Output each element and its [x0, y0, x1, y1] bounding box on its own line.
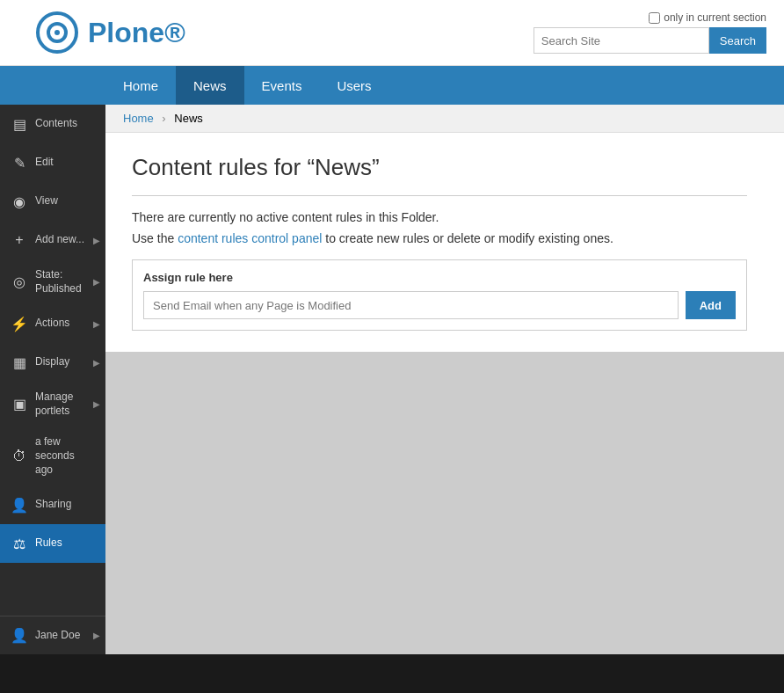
content-inner: Content rules for “News” There are curre… [105, 133, 773, 352]
chevron-icon: ▶ [93, 277, 100, 287]
main-nav: Home News Events Users [0, 66, 784, 105]
sidebar-item-time-label: a few seconds ago [35, 435, 95, 477]
display-icon: ▦ [11, 354, 28, 371]
breadcrumb: Home › News [105, 105, 784, 133]
actions-icon: ⚡ [11, 315, 28, 332]
sidebar-item-user[interactable]: 👤 Jane Doe ▶ [0, 616, 105, 654]
rules-icon: ⚖ [11, 535, 28, 552]
search-only-section: only in current section [649, 11, 766, 24]
sidebar-item-view[interactable]: ◉ View [0, 182, 105, 221]
breadcrumb-current: News [174, 112, 203, 125]
breadcrumb-separator: › [162, 112, 165, 125]
add-icon: + [11, 231, 28, 249]
sidebar-item-actions-label: Actions [35, 317, 69, 331]
sidebar: ▤ Contents ✎ Edit ◉ View + Add new... ▶ … [0, 105, 105, 654]
chevron-icon: ▶ [93, 236, 100, 245]
sidebar-item-edit[interactable]: ✎ Edit [0, 143, 105, 182]
sidebar-item-rules[interactable]: ⚖ Rules [0, 524, 105, 563]
sidebar-item-add-label: Add new... [35, 233, 84, 247]
assign-rule-input[interactable] [143, 291, 679, 319]
chevron-icon: ▶ [93, 631, 100, 640]
control-panel-link[interactable]: content rules control panel [178, 231, 322, 245]
sharing-icon: 👤 [11, 496, 28, 514]
view-icon: ◉ [11, 193, 28, 210]
nav-item-home[interactable]: Home [105, 66, 176, 105]
sidebar-item-edit-label: Edit [35, 156, 54, 170]
search-area: only in current section Search [534, 11, 766, 54]
search-button[interactable]: Search [709, 27, 766, 54]
search-row: Search [534, 27, 766, 54]
footer-gray [105, 352, 784, 654]
breadcrumb-home[interactable]: Home [123, 112, 154, 125]
sidebar-item-display[interactable]: ▦ Display ▶ [0, 343, 105, 382]
nav-item-events[interactable]: Events [244, 66, 320, 105]
sidebar-item-sharing[interactable]: 👤 Sharing [0, 485, 105, 524]
page-title: Content rules for “News” [132, 154, 747, 181]
edit-icon: ✎ [11, 154, 28, 171]
chevron-icon: ▶ [93, 319, 100, 329]
content-area: Home › News Content rules for “News” The… [105, 105, 784, 654]
user-icon: 👤 [11, 627, 28, 645]
no-rules-text: There are currently no active content ru… [132, 210, 747, 224]
sidebar-item-state-label: State: Published [35, 268, 95, 295]
divider [132, 195, 747, 196]
sidebar-item-rules-label: Rules [35, 536, 62, 551]
chevron-icon: ▶ [93, 399, 100, 409]
sidebar-item-user-label: Jane Doe [35, 629, 80, 643]
header: Plone® only in current section Search [0, 0, 784, 66]
clock-icon: ⏱ [11, 448, 28, 465]
sidebar-item-display-label: Display [35, 355, 69, 369]
use-panel-text: Use the content rules control panel to c… [132, 231, 747, 245]
bottom-bar [0, 654, 784, 693]
only-section-label: only in current section [664, 11, 766, 24]
assign-rule-box: Assign rule here Add [132, 259, 747, 331]
logo-text: Plone [88, 17, 164, 49]
sidebar-item-state[interactable]: ◎ State: Published ▶ [0, 259, 105, 304]
logo-area: Plone® [18, 11, 534, 55]
sidebar-item-add-new[interactable]: + Add new... ▶ [0, 221, 105, 259]
sidebar-item-view-label: View [35, 194, 58, 208]
sidebar-item-sharing-label: Sharing [35, 498, 71, 512]
sidebar-item-time: ⏱ a few seconds ago [0, 427, 105, 485]
sidebar-item-actions[interactable]: ⚡ Actions ▶ [0, 304, 105, 343]
search-input[interactable] [534, 27, 709, 54]
portlets-icon: ▣ [11, 396, 28, 413]
sidebar-item-contents-label: Contents [35, 117, 77, 131]
nav-item-news[interactable]: News [176, 66, 244, 105]
only-section-checkbox[interactable] [649, 12, 660, 24]
sidebar-item-portlets-label: Manage portlets [35, 390, 95, 418]
svg-point-2 [54, 30, 60, 35]
body-layout: ▤ Contents ✎ Edit ◉ View + Add new... ▶ … [0, 105, 784, 654]
after-link-text: to create new rules or delete or modify … [325, 231, 613, 245]
chevron-icon: ▶ [93, 358, 100, 368]
sidebar-item-contents[interactable]: ▤ Contents [0, 105, 105, 143]
assign-rule-row: Add [143, 291, 736, 319]
contents-icon: ▤ [11, 115, 28, 133]
assign-rule-title: Assign rule here [143, 271, 736, 284]
use-text: Use the [132, 231, 174, 245]
sidebar-item-manage-portlets[interactable]: ▣ Manage portlets ▶ [0, 382, 105, 427]
add-button[interactable]: Add [686, 291, 736, 319]
state-icon: ◎ [11, 274, 28, 291]
plone-logo-icon [35, 11, 79, 55]
nav-item-users[interactable]: Users [319, 66, 388, 105]
